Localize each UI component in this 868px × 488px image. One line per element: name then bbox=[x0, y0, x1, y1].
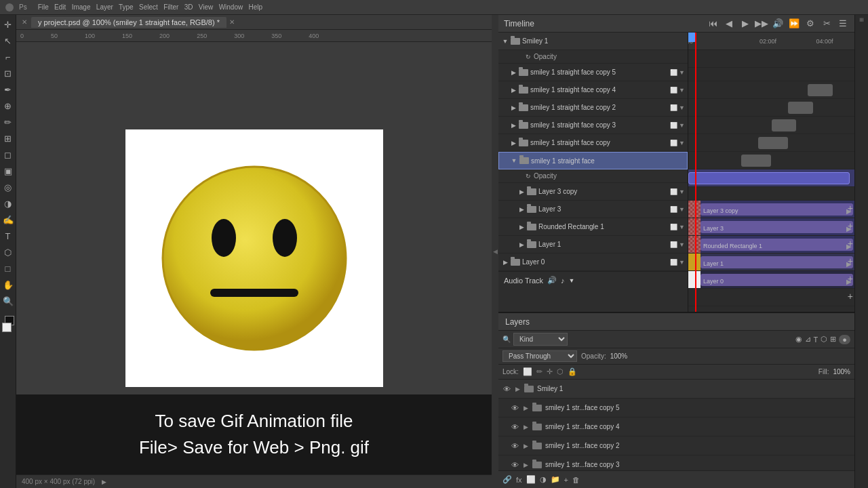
tl-layer-smiley1[interactable]: ▼ Smiley 1 bbox=[498, 33, 688, 50]
tl-expand-copy3[interactable]: ▶ bbox=[509, 121, 517, 129]
delete-layer-icon[interactable]: 🗑 bbox=[572, 476, 580, 484]
lock-transparency-icon[interactable]: ⬜ bbox=[523, 367, 532, 376]
tl-next-frame[interactable]: ▶▶ bbox=[755, 18, 768, 30]
kf-bar-copy4[interactable] bbox=[788, 102, 813, 114]
tl-audio[interactable]: 🔊 bbox=[772, 18, 784, 30]
blend-mode-select[interactable]: Pass Through Normal Multiply Screen bbox=[502, 350, 577, 362]
filter-shape-icon[interactable]: ⬡ bbox=[821, 335, 827, 344]
kf-add-layer0[interactable]: + bbox=[848, 273, 853, 284]
tl-expand-layer0[interactable]: ▶ bbox=[501, 258, 509, 266]
hand-tool[interactable]: ✋ bbox=[1, 278, 15, 291]
path-tool[interactable]: ⬡ bbox=[1, 245, 15, 259]
layer-row-copy5[interactable]: 👁 ▶ smiley 1 str...face copy 5 bbox=[498, 399, 854, 418]
filter-smart-icon[interactable]: ⊞ bbox=[830, 335, 836, 344]
tl-menu[interactable]: ☰ bbox=[837, 18, 849, 30]
tl-keyframe-icon-layer3copy[interactable]: ⬜ bbox=[670, 188, 677, 195]
tl-layer-copy4[interactable]: ▶ smiley 1 straight face copy 4 ⬜ ▼ bbox=[498, 81, 688, 99]
gradient-tool[interactable]: ▣ bbox=[1, 164, 15, 178]
eraser-tool[interactable]: ◻ bbox=[1, 148, 15, 161]
lasso-tool[interactable]: ⌐ bbox=[1, 50, 15, 64]
tl-play[interactable]: ▶ bbox=[739, 18, 751, 30]
layer-eye-copy3[interactable]: 👁 bbox=[509, 460, 520, 470]
kf-add-layer3copy[interactable]: + bbox=[848, 203, 853, 214]
close-doc-icon[interactable]: ✕ bbox=[22, 18, 27, 26]
tl-layer-layer0[interactable]: ▶ Layer 0 ⬜ ▼ bbox=[498, 253, 688, 271]
kf-bar-layer1[interactable]: Layer 1 ▶ bbox=[701, 256, 853, 268]
layer-eye-copy4[interactable]: 👁 bbox=[509, 422, 520, 432]
heal-tool[interactable]: ⊕ bbox=[1, 99, 15, 113]
crop-tool[interactable]: ⊡ bbox=[1, 66, 15, 80]
tl-expand-copy4[interactable]: ▶ bbox=[509, 86, 517, 94]
link-layers-icon[interactable]: 🔗 bbox=[502, 475, 512, 484]
tl-layer-copy3[interactable]: ▶ smiley 1 straight face copy 3 ⬜ ▼ bbox=[498, 117, 688, 134]
tl-arrow-icon-roundedrect[interactable]: ▼ bbox=[679, 224, 685, 230]
tl-expand-copy5[interactable]: ▶ bbox=[509, 68, 517, 77]
layer-expand-copy4[interactable]: ▶ bbox=[522, 424, 529, 430]
clone-tool[interactable]: ⊞ bbox=[1, 131, 15, 145]
add-layer-icon[interactable]: + bbox=[564, 476, 568, 484]
tl-expand-straight[interactable]: ▼ bbox=[510, 157, 518, 165]
arrow-icon[interactable]: ▶ bbox=[102, 479, 106, 485]
tl-arrow-icon-copy3[interactable]: ▼ bbox=[679, 122, 685, 129]
panel-icon-1[interactable]: ≡ bbox=[858, 18, 866, 22]
audio-arrow-icon[interactable]: ▼ bbox=[569, 277, 575, 284]
tl-expand-layer1[interactable]: ▶ bbox=[517, 241, 526, 249]
tl-arrow-icon-copy2[interactable]: ▼ bbox=[679, 104, 685, 111]
tl-expand-copy2[interactable]: ▶ bbox=[509, 104, 517, 112]
tl-layer-layer3[interactable]: ▶ Layer 3 ⬜ ▼ bbox=[498, 201, 688, 218]
kf-bar-copy5[interactable] bbox=[808, 84, 833, 96]
tl-arrow-icon-layer1[interactable]: ▼ bbox=[679, 241, 685, 248]
add-style-icon[interactable]: fx bbox=[516, 476, 522, 484]
tl-layer-straight[interactable]: ▼ smiley 1 straight face bbox=[498, 152, 688, 169]
audio-note-icon[interactable]: ♪ bbox=[561, 277, 565, 285]
kf-bar-copy[interactable] bbox=[741, 155, 771, 167]
move-tool[interactable]: ✛ bbox=[1, 18, 15, 31]
tl-expand-layer3[interactable]: ▶ bbox=[517, 205, 526, 214]
kf-add-roundedrect[interactable]: + bbox=[848, 238, 853, 249]
tl-cut[interactable]: ✂ bbox=[821, 18, 833, 30]
kf-bar-copy3[interactable] bbox=[758, 137, 788, 149]
tl-keyframe-icon-layer0[interactable]: ⬜ bbox=[670, 259, 677, 266]
tl-keyframe-icon-roundedrect[interactable]: ⬜ bbox=[670, 224, 677, 230]
filter-adjust-icon[interactable]: ⊿ bbox=[805, 335, 811, 344]
type-tool[interactable]: T bbox=[1, 229, 15, 243]
layer-row-smiley1[interactable]: 👁 ▶ Smiley 1 bbox=[498, 380, 854, 399]
tl-speed[interactable]: ⏩ bbox=[788, 18, 800, 30]
kf-bar-straight[interactable] bbox=[688, 172, 850, 184]
tab-close-icon[interactable]: ✕ bbox=[229, 18, 235, 26]
tl-keyframe-icon-copy2[interactable]: ⬜ bbox=[670, 104, 677, 111]
tl-arrow-icon-layer3[interactable]: ▼ bbox=[679, 206, 685, 213]
kf-bar-copy2[interactable] bbox=[772, 119, 797, 131]
tl-first-frame[interactable]: ⏮ bbox=[707, 18, 719, 30]
layer-row-copy3[interactable]: 👁 ▶ smiley 1 str...face copy 3 bbox=[498, 455, 854, 470]
close-btn[interactable] bbox=[5, 3, 14, 12]
lock-paint-icon[interactable]: ✏ bbox=[536, 367, 542, 376]
layer-expand-copy2[interactable]: ▶ bbox=[522, 443, 529, 449]
tl-expand-roundedrect[interactable]: ▶ bbox=[517, 223, 526, 231]
shape-tool[interactable]: □ bbox=[1, 262, 15, 275]
tl-keyframe-icon-copy[interactable]: ⬜ bbox=[670, 140, 677, 146]
add-group-icon[interactable]: 📁 bbox=[551, 475, 560, 484]
layer-expand-copy5[interactable]: ▶ bbox=[522, 405, 529, 411]
layer-expand-copy3[interactable]: ▶ bbox=[522, 462, 529, 468]
kf-bar-layer3copy[interactable]: Layer 3 copy ▶ bbox=[701, 203, 853, 216]
kf-add-layer3[interactable]: + bbox=[848, 220, 853, 231]
tl-keyframe-icon-layer1[interactable]: ⬜ bbox=[670, 241, 677, 248]
tl-keyframe-icon-copy3[interactable]: ⬜ bbox=[670, 122, 677, 129]
layer-eye-copy5[interactable]: 👁 bbox=[509, 403, 520, 413]
layer-eye-smiley1[interactable]: 👁 bbox=[501, 384, 512, 394]
tl-layer-layer3copy[interactable]: ▶ Layer 3 copy ⬜ ▼ bbox=[498, 183, 688, 201]
layer-expand-smiley1[interactable]: ▶ bbox=[514, 386, 521, 392]
tl-expand-smiley1[interactable]: ▼ bbox=[501, 37, 509, 45]
tl-arrow-icon-layer3copy[interactable]: ▼ bbox=[679, 188, 685, 195]
add-mask-icon[interactable]: ⬜ bbox=[526, 475, 536, 484]
brush-tool[interactable]: ✏ bbox=[1, 115, 15, 129]
filter-type-icon[interactable]: T bbox=[814, 336, 818, 344]
tl-layer-copy[interactable]: ▶ smiley 1 straight face copy ⬜ ▼ bbox=[498, 134, 688, 152]
kf-bar-roundedrect[interactable]: Rounded Rectangle 1 ▶ bbox=[701, 239, 853, 251]
left-collapse-handle[interactable]: ◀ bbox=[492, 15, 498, 488]
tl-arrow-icon-layer0[interactable]: ▼ bbox=[679, 259, 685, 266]
kind-select[interactable]: Kind bbox=[513, 333, 568, 346]
select-tool[interactable]: ↖ bbox=[1, 34, 15, 47]
fg-bg-colors[interactable] bbox=[2, 316, 14, 332]
